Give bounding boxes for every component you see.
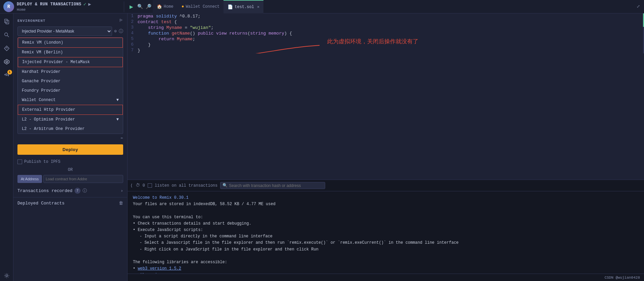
at-address-button[interactable]: At Address xyxy=(17,175,42,183)
run-button[interactable]: ▶ xyxy=(127,3,136,10)
deploy-button[interactable]: Deploy xyxy=(17,144,123,155)
env-option-remix-vm-berlin[interactable]: Remix VM (Berlin) xyxy=(18,48,123,57)
sidebar-icon-files[interactable] xyxy=(1,16,12,27)
code-table: 1 pragma solidity ^0.8.17; 2 contract te… xyxy=(128,13,644,53)
deploy-panel: ENVIRONMENT 🏳 Injected Provider - MetaMa… xyxy=(13,13,128,281)
terminal-line-1: Your files are stored in indexedDB, 58.5… xyxy=(133,201,639,207)
listen-checkbox[interactable] xyxy=(148,183,152,188)
tab-test-sol[interactable]: 📄 test.sol ✕ xyxy=(224,0,263,13)
deployed-contracts-label: Deployed Contracts xyxy=(17,201,64,206)
code-line-4: 4 function getName() public view returns… xyxy=(128,31,644,36)
code-line-7: 7 } xyxy=(128,48,644,53)
svg-point-5 xyxy=(6,275,7,276)
edit-icon-row: ✏ xyxy=(13,134,127,142)
sidebar-icon-plugin[interactable]: 1 xyxy=(1,70,12,81)
code-line-2: 2 contract test { xyxy=(128,19,644,25)
bottom-status-bar: CSDN @wujian0428 xyxy=(128,274,644,281)
env-help-icon[interactable]: ⓘ xyxy=(119,28,123,34)
env-select[interactable]: Injected Provider - MetaMask xyxy=(17,27,112,36)
terminal-toolbar: ⟨ ⏱ 0 listen on all transactions 🔍 xyxy=(128,180,644,191)
env-option-ganache[interactable]: Ganache Provider xyxy=(18,77,123,86)
env-copy-icon[interactable]: ⊙ xyxy=(114,29,117,34)
optimism-arrow: ▼ xyxy=(116,117,119,122)
sidebar-icon-search[interactable] xyxy=(1,30,12,40)
trash-icon[interactable]: 🗑 xyxy=(119,201,123,206)
code-editor[interactable]: 1 pragma solidity ^0.8.17; 2 contract te… xyxy=(128,13,644,53)
top-bar-left: R DEPLOY & RUN TRANSACTIONS ✓ ▶ Home xyxy=(0,1,124,12)
tab-test-sol-label: test.sol xyxy=(235,5,254,9)
terminal-count: 0 xyxy=(143,183,145,188)
terminal-collapse-icon[interactable]: ⟨ xyxy=(130,183,133,188)
transactions-row[interactable]: Transactions recorded 7 ⓘ › xyxy=(13,184,127,197)
main-layout: 1 ENVIRONMENT 🏳 Injected Provider - Meta… xyxy=(0,13,644,281)
env-option-external-http[interactable]: External Http Provider xyxy=(18,105,123,115)
env-option-foundry[interactable]: Foundry Provider xyxy=(18,86,123,95)
publish-checkbox[interactable] xyxy=(17,159,22,164)
zoom-out-button[interactable]: 🔎 xyxy=(144,4,153,9)
remix-logo: R xyxy=(3,1,14,12)
tab-close-icon[interactable]: ✕ xyxy=(257,4,259,9)
env-option-l2-arbitrum[interactable]: L2 - Arbitrum One Provider xyxy=(18,124,123,134)
terminal-clock-icon[interactable]: ⏱ xyxy=(136,183,140,188)
transactions-count: 7 xyxy=(75,188,81,194)
env-option-l2-optimism[interactable]: L2 - Optimism Provider ▼ xyxy=(18,115,123,124)
svg-point-2 xyxy=(4,33,7,36)
web3-link[interactable]: web3 version 1.5.2 xyxy=(138,266,181,271)
terminal-link-web3: • web3 version 1.5.2 xyxy=(133,266,639,272)
env-header: ENVIRONMENT 🏳 xyxy=(13,16,127,25)
tab-wallet-connect[interactable]: ● Wallet Connect xyxy=(178,0,224,13)
code-line-3: 3 string Myname = "wujian"; xyxy=(128,25,644,31)
code-line-5: 5 return Myname; xyxy=(128,36,644,42)
svg-point-4 xyxy=(6,61,7,62)
terminal-line-4: • Execute JavaScript scripts: xyxy=(133,227,639,233)
publish-row: Publish to IPFS xyxy=(13,157,127,166)
terminal-line-6: - Select a Javascript file in the file e… xyxy=(133,240,639,246)
terminal-search-input[interactable] xyxy=(229,183,323,188)
terminal-line-2: You can use this terminal to: xyxy=(133,214,639,221)
code-line-6: 6 } xyxy=(128,42,644,48)
transactions-left: Transactions recorded 7 ⓘ xyxy=(17,188,87,194)
or-divider: OR xyxy=(13,166,127,174)
env-info-icon[interactable]: 🏳 xyxy=(119,18,123,23)
env-option-injected-metamask[interactable]: Injected Provider - MetaMask xyxy=(18,57,123,67)
expand-icon[interactable]: ▶ xyxy=(88,1,91,7)
terminal-content: Welcome to Remix 0.30.1 Your files are s… xyxy=(128,191,644,274)
code-line-1: 1 pragma solidity ^0.8.17; xyxy=(128,13,644,19)
sidebar-icon-settings[interactable] xyxy=(1,270,12,281)
tab-home[interactable]: 🏠 Home xyxy=(153,0,178,13)
env-dropdown-menu: Remix VM (London) Remix VM (Berlin) Inje… xyxy=(17,37,123,134)
terminal-area: ⟨ ⏱ 0 listen on all transactions 🔍 Welco… xyxy=(128,180,644,274)
maximize-icon[interactable]: ⤢ xyxy=(637,4,640,9)
zoom-in-button[interactable]: 🔍 xyxy=(136,4,144,9)
zoom-in-icon: 🔍 xyxy=(137,4,143,9)
code-area: 1 pragma solidity ^0.8.17; 2 contract te… xyxy=(128,13,644,281)
load-contract-input[interactable] xyxy=(43,175,123,183)
tabs-area: ▶ 🔍 🔎 🏠 Home ● Wallet Connect 📄 test.sol… xyxy=(124,0,637,13)
run-icon: ▶ xyxy=(130,3,133,10)
transactions-info-icon[interactable]: ⓘ xyxy=(83,188,87,194)
deployed-contracts-row: Deployed Contracts 🗑 xyxy=(13,197,127,209)
app-title: DEPLOY & RUN TRANSACTIONS xyxy=(17,2,82,7)
wallet-icon: ● xyxy=(182,4,184,9)
bottom-label: CSDN @wujian0428 xyxy=(604,276,640,280)
env-option-wallet-connect[interactable]: Wallet Connect ▼ xyxy=(18,95,123,105)
wallet-connect-arrow: ▼ xyxy=(116,98,119,102)
terminal-line-8: The following libraries are accessible: xyxy=(133,259,639,266)
terminal-welcome: Welcome to Remix 0.30.1 xyxy=(133,195,639,201)
env-option-hardhat[interactable]: Hardhat Provider xyxy=(18,67,123,77)
home-breadcrumb: Home xyxy=(17,8,91,12)
file-tab-icon: 📄 xyxy=(228,4,233,10)
zoom-out-icon: 🔎 xyxy=(146,4,151,9)
sidebar-icon-deploy[interactable] xyxy=(1,56,12,67)
edit-icon[interactable]: ✏ xyxy=(121,135,123,140)
env-option-remix-vm-london[interactable]: Remix VM (London) xyxy=(18,38,123,48)
check-icon: ✓ xyxy=(84,1,86,7)
transactions-label: Transactions recorded xyxy=(17,188,72,193)
plugin-badge: 1 xyxy=(7,70,12,75)
at-address-row: At Address xyxy=(13,174,127,184)
terminal-line-3: • Check transactions details and start d… xyxy=(133,221,639,227)
transactions-chevron: › xyxy=(120,188,123,193)
sidebar-icon-compile[interactable] xyxy=(1,43,12,54)
tab-home-label: Home xyxy=(164,4,174,9)
terminal-line-5: - Input a script directly in the command… xyxy=(133,233,639,240)
